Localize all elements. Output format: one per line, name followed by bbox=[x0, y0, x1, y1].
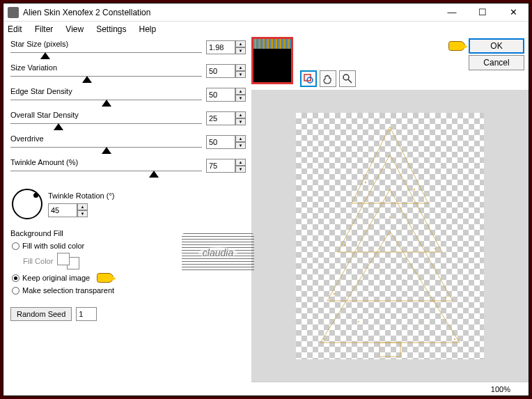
menu-settings[interactable]: Settings bbox=[96, 24, 126, 34]
layer-thumbnail[interactable] bbox=[251, 37, 293, 84]
slider-track[interactable] bbox=[10, 123, 202, 132]
rotation-input[interactable] bbox=[48, 203, 77, 217]
radio-fill-solid[interactable]: Fill with solid color bbox=[12, 240, 246, 251]
spin-down[interactable]: ▼ bbox=[235, 142, 246, 149]
slider-overall-density: Overall Star Density ▲▼ bbox=[10, 111, 246, 134]
slider-label: Star Size (pixels) bbox=[10, 40, 202, 48]
spin-down[interactable]: ▼ bbox=[77, 210, 88, 217]
titlebar: Alien Skin Xenofex 2 Constellation — ☐ ✕ bbox=[3, 3, 529, 22]
spin-up[interactable]: ▲ bbox=[235, 159, 246, 166]
cancel-label: Cancel bbox=[483, 58, 509, 68]
slider-track[interactable] bbox=[10, 171, 202, 179]
cancel-button[interactable]: Cancel bbox=[469, 55, 524, 70]
preview-area[interactable] bbox=[251, 90, 529, 382]
constellation-preview-icon bbox=[296, 113, 484, 359]
menu-filter[interactable]: Filter bbox=[35, 24, 54, 34]
spin-down[interactable]: ▼ bbox=[235, 95, 246, 102]
color-swatch[interactable] bbox=[57, 253, 84, 269]
zoom-fit-icon[interactable] bbox=[300, 70, 317, 87]
spin-down[interactable]: ▼ bbox=[235, 166, 246, 173]
radio-icon bbox=[12, 274, 19, 282]
statusbar: 100% bbox=[251, 382, 529, 396]
hand-icon[interactable] bbox=[320, 70, 336, 87]
slider-edge-density: Edge Star Density ▲▼ bbox=[10, 87, 246, 111]
slider-label: Twinkle Amount (%) bbox=[10, 158, 202, 166]
slider-size-variation: Size Variation ▲▼ bbox=[10, 63, 246, 87]
spin-up[interactable]: ▲ bbox=[235, 88, 246, 95]
svg-point-14 bbox=[379, 265, 380, 267]
slider-thumb[interactable] bbox=[149, 171, 159, 178]
random-seed-button[interactable]: Random Seed bbox=[10, 307, 72, 321]
slider-label: Size Variation bbox=[10, 63, 202, 72]
star-size-input[interactable] bbox=[206, 40, 235, 54]
svg-point-12 bbox=[454, 338, 455, 339]
ok-button[interactable]: OK bbox=[469, 38, 524, 54]
svg-point-6 bbox=[414, 188, 415, 189]
slider-track[interactable] bbox=[10, 52, 202, 61]
spin-up[interactable]: ▲ bbox=[235, 111, 246, 118]
svg-point-8 bbox=[435, 247, 436, 249]
window-title: Alien Skin Xenofex 2 Constellation bbox=[23, 8, 437, 17]
overdrive-input[interactable] bbox=[206, 135, 235, 149]
radio-label: Fill with solid color bbox=[22, 242, 84, 250]
preview-canvas bbox=[296, 113, 484, 359]
spin-up[interactable]: ▲ bbox=[235, 135, 246, 142]
overall-density-input[interactable] bbox=[206, 111, 235, 125]
svg-point-13 bbox=[389, 216, 391, 217]
random-seed-input[interactable] bbox=[76, 307, 97, 321]
rotation-label: Twinkle Rotation (°) bbox=[48, 191, 115, 200]
svg-point-10 bbox=[445, 296, 446, 297]
slider-overdrive: Overdrive ▲▼ bbox=[10, 134, 246, 158]
ok-label: OK bbox=[490, 41, 502, 51]
background-fill-group: Background Fill Fill with solid color Fi… bbox=[10, 229, 246, 297]
svg-point-16 bbox=[358, 321, 359, 322]
spin-down[interactable]: ▼ bbox=[235, 47, 246, 54]
svg-point-5 bbox=[365, 181, 366, 182]
spin-down[interactable]: ▼ bbox=[235, 71, 246, 78]
radio-icon bbox=[12, 287, 19, 295]
fill-color-label: Fill Color bbox=[23, 257, 53, 265]
edge-density-input[interactable] bbox=[206, 88, 235, 102]
close-button[interactable]: ✕ bbox=[498, 3, 529, 21]
rotation-dial[interactable] bbox=[12, 189, 42, 219]
twinkle-amount-input[interactable] bbox=[206, 159, 235, 173]
slider-track[interactable] bbox=[10, 100, 202, 108]
maximize-button[interactable]: ☐ bbox=[467, 3, 498, 21]
slider-twinkle-amount: Twinkle Amount (%) ▲▼ bbox=[10, 158, 246, 182]
spin-up[interactable]: ▲ bbox=[235, 40, 246, 47]
fill-color-row: Fill Color bbox=[23, 253, 246, 269]
menu-view[interactable]: View bbox=[65, 24, 84, 34]
radio-keep-original[interactable]: Keep original image bbox=[12, 272, 246, 283]
menu-help[interactable]: Help bbox=[139, 24, 157, 34]
spin-up[interactable]: ▲ bbox=[77, 203, 88, 210]
svg-point-17 bbox=[421, 321, 422, 322]
radio-icon bbox=[12, 242, 19, 250]
svg-point-4 bbox=[389, 129, 391, 131]
slider-thumb[interactable] bbox=[102, 147, 111, 154]
slider-thumb[interactable] bbox=[54, 123, 63, 130]
slider-label: Edge Star Density bbox=[10, 87, 202, 95]
svg-point-11 bbox=[323, 338, 324, 339]
slider-thumb[interactable] bbox=[82, 76, 92, 83]
slider-star-size: Star Size (pixels) ▲▼ bbox=[10, 40, 246, 63]
minimize-button[interactable]: — bbox=[437, 3, 467, 21]
slider-thumb[interactable] bbox=[102, 100, 111, 107]
hand-pointer-icon bbox=[97, 273, 114, 283]
menu-edit[interactable]: Edit bbox=[8, 24, 22, 34]
svg-line-3 bbox=[348, 79, 352, 83]
slider-thumb[interactable] bbox=[40, 52, 50, 59]
svg-point-1 bbox=[307, 77, 313, 83]
radio-make-transparent[interactable]: Make selection transparent bbox=[12, 285, 246, 296]
radio-label: Make selection transparent bbox=[22, 286, 114, 295]
controls-panel: Star Size (pixels) ▲▼ Size Variation ▲▼ … bbox=[3, 37, 251, 396]
slider-track[interactable] bbox=[10, 147, 202, 155]
spin-up[interactable]: ▲ bbox=[235, 64, 246, 71]
twinkle-rotation-group: Twinkle Rotation (°) ▲▼ bbox=[10, 186, 246, 222]
menubar: Edit Filter View Settings Help bbox=[3, 22, 529, 37]
slider-label: Overall Star Density bbox=[10, 111, 202, 119]
slider-track[interactable] bbox=[10, 76, 202, 84]
size-variation-input[interactable] bbox=[206, 64, 235, 78]
spin-down[interactable]: ▼ bbox=[235, 118, 246, 125]
svg-point-9 bbox=[334, 292, 335, 294]
zoom-icon[interactable] bbox=[339, 70, 356, 87]
